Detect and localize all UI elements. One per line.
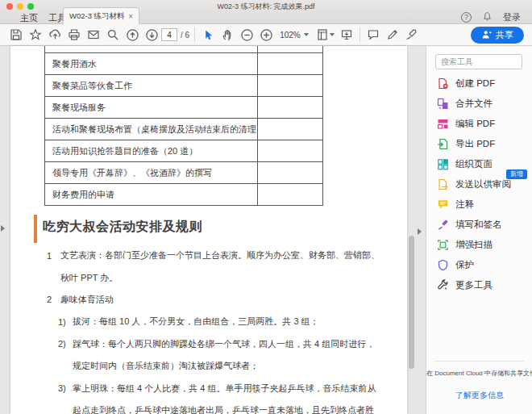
sidebar-item-export-pdf[interactable]: 导出 PDF: [426, 134, 532, 154]
more-tools-icon: [437, 279, 449, 291]
edit-pdf-icon: [437, 118, 449, 130]
comment-tool-button[interactable]: [364, 26, 383, 44]
tools-list: 创建 PDF 合并文件: [426, 73, 532, 295]
body-line: 起点走到终点，乒乓球中途落地者出局，乒乓球一直未落地，且先到终点者胜: [10, 399, 407, 414]
table-row: 领导专用《开幕辞》、《祝酒辞》的撰写: [45, 162, 322, 184]
search-icon[interactable]: [103, 26, 123, 44]
next-page-button[interactable]: [142, 26, 161, 44]
organize-pages-icon: [437, 158, 449, 170]
protect-shield-icon: [437, 259, 449, 271]
panel-footer-divider: [434, 361, 524, 362]
body-line: 2)踩气球：每个人两只脚的脚踝处各绑一个气球，四人一组，共 4 组同时进行，: [10, 333, 407, 355]
zoom-in-button[interactable]: [256, 26, 276, 44]
chevron-down-icon: [304, 33, 309, 36]
save-button[interactable]: [6, 26, 26, 44]
body-line: 1文艺表演：各部门至少准备一个节目上台表演。顺序为办公室、财务部、营销部、: [10, 245, 407, 266]
heading-accent-bar: [34, 215, 37, 243]
body-line: 秋叶 PPT 办。: [10, 266, 407, 288]
help-icon[interactable]: ?: [461, 12, 472, 23]
fill-sign-icon[interactable]: [402, 26, 422, 44]
send-for-review-icon: [437, 178, 449, 190]
enhance-scans-icon: [437, 239, 449, 251]
share-button-label: 共享: [496, 29, 513, 41]
print-button[interactable]: [64, 26, 84, 44]
email-icon[interactable]: [84, 26, 103, 44]
document-table: 聚餐用酒水 聚餐菜品等伙食工作 聚餐现场服务 活动和聚餐现场布置（桌椅摆放及活动…: [44, 46, 323, 206]
table-row: 聚餐菜品等伙食工作: [45, 75, 322, 97]
table-row: 活动用知识抢答题目的准备（20 道）: [45, 140, 322, 162]
table-row: 活动和聚餐现场布置（桌椅摆放及活动结束后的清理）: [45, 119, 322, 140]
body-line: 2趣味体育活动: [10, 289, 407, 311]
tab-document-label: W02-3 练习材料...: [69, 11, 125, 22]
zoom-level-dropdown[interactable]: 102%: [276, 31, 313, 40]
page-number-input[interactable]: 4: [161, 28, 177, 41]
star-icon[interactable]: [26, 26, 45, 44]
left-panel-expand-icon[interactable]: [1, 225, 5, 232]
sidebar-item-comment[interactable]: 注释: [426, 194, 532, 215]
table-row: 财务费用的申请: [45, 184, 322, 206]
chrome-right-cluster: ? 登录: [461, 10, 521, 24]
sidebar-item-edit-pdf[interactable]: 编辑 PDF: [426, 114, 532, 134]
toolbar-divider: [194, 27, 195, 42]
learn-more-link[interactable]: 了解更多信息: [426, 390, 532, 401]
sidebar-item-fill-sign[interactable]: 填写和签名: [426, 215, 532, 235]
sidebar-item-enhance-scans[interactable]: 增强扫描: [426, 235, 532, 255]
bell-icon[interactable]: [482, 10, 493, 24]
comment-icon: [437, 199, 449, 211]
sign-in-button[interactable]: 登录: [503, 11, 521, 23]
table-row: 聚餐用酒水: [45, 53, 322, 75]
document-body: 1文艺表演：各部门至少准备一个节目上台表演。顺序为办公室、财务部、营销部、 秋叶…: [10, 245, 407, 414]
window-chrome: W02-3 练习材料: 完成效果.pdf 主页 工具 W02-3 练习材料...…: [0, 0, 532, 24]
share-button[interactable]: 共享: [471, 27, 524, 44]
search-tools-input[interactable]: [435, 54, 522, 69]
chevron-down-icon: [330, 33, 335, 36]
zoom-level-value: 102%: [280, 31, 301, 40]
combine-files-icon: [437, 98, 449, 110]
body-line: 规定时间内（音乐结束前）淘汰被踩爆气球者；: [10, 355, 407, 377]
right-panel-collapse-icon[interactable]: [418, 228, 422, 235]
document-heading: 吃穷大叔会活动安排及规则: [43, 219, 202, 236]
new-badge: 新增: [506, 169, 527, 179]
create-pdf-icon: [437, 77, 449, 90]
vertical-scrollbar-thumb[interactable]: [409, 236, 414, 369]
body-line: 1)拔河：每组 10 人，不分男女，自由组合，三局两胜。共 3 组；: [10, 311, 407, 332]
sidebar-item-create-pdf[interactable]: 创建 PDF: [426, 73, 532, 94]
export-pdf-icon: [437, 138, 449, 150]
sidebar-item-send-for-review[interactable]: 发送以供审阅 新增: [426, 174, 532, 194]
fill-sign-icon: [437, 219, 449, 231]
reading-mode-button[interactable]: [337, 26, 356, 44]
share-person-icon: [481, 30, 492, 41]
hand-tool-button[interactable]: [218, 26, 237, 44]
select-tool-button[interactable]: [198, 26, 218, 44]
page-count-label: / 6: [181, 31, 189, 40]
sidebar-item-combine-files[interactable]: 合并文件: [426, 94, 532, 114]
tools-panel: 创建 PDF 合并文件: [426, 46, 532, 414]
table-row: [45, 46, 322, 53]
body-line: 3)掌上明珠：每组 4 个人比赛，共 4 组。单手用筷子夹起乒乓球，音乐结束前从: [10, 377, 407, 399]
sign-pen-icon[interactable]: [383, 26, 402, 44]
sidebar-item-more-tools[interactable]: 更多工具: [426, 275, 532, 295]
toolbar-divider: [360, 27, 360, 42]
previous-page-button[interactable]: [123, 26, 142, 44]
main-toolbar: 4 / 6 102%: [0, 24, 532, 46]
close-tab-icon[interactable]: ×: [128, 12, 133, 21]
pdf-page: 聚餐用酒水 聚餐菜品等伙食工作 聚餐现场服务 活动和聚餐现场布置（桌椅摆放及活动…: [10, 46, 407, 414]
document-viewer: 聚餐用酒水 聚餐菜品等伙食工作 聚餐现场服务 活动和聚餐现场布置（桌椅摆放及活动…: [0, 46, 426, 414]
tab-document[interactable]: W02-3 练习材料... ×: [63, 7, 139, 24]
sidebar-item-protect[interactable]: 保护: [426, 255, 532, 275]
table-row: 聚餐现场服务: [45, 97, 322, 119]
document-cloud-text: 在 Document Cloud 中存储和共享文件: [426, 369, 532, 378]
acrobat-window: W02-3 练习材料: 完成效果.pdf 主页 工具 W02-3 练习材料...…: [0, 0, 532, 414]
tab-home[interactable]: 主页: [20, 12, 38, 24]
cloud-upload-icon[interactable]: [45, 26, 64, 44]
zoom-out-button[interactable]: [237, 26, 256, 44]
